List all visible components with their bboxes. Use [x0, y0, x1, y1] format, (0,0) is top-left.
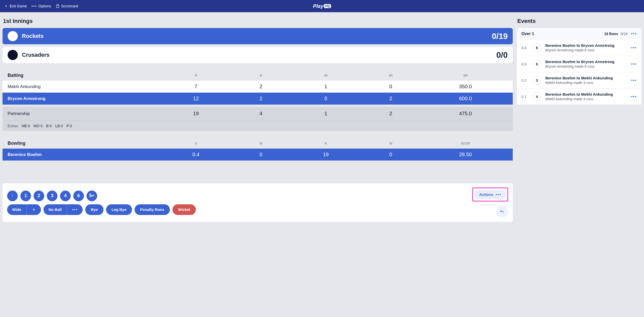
- col-sr: SR: [423, 74, 508, 77]
- bowler-o: 0.4: [164, 152, 228, 157]
- partnership-r: 19: [164, 111, 228, 117]
- batter-r: 7: [164, 84, 228, 90]
- extra-lb: LB 0: [55, 124, 63, 128]
- dots-icon: •••: [496, 192, 501, 197]
- run-2-button[interactable]: 2: [34, 191, 44, 201]
- run-6-button[interactable]: 6: [73, 191, 84, 201]
- run-3-button[interactable]: 3: [47, 191, 57, 201]
- partnership-6s: 2: [358, 111, 423, 117]
- ball-result-badge: 3: [533, 76, 541, 85]
- team-jersey-icon: [8, 50, 18, 60]
- batter-6s: 2: [358, 96, 423, 102]
- col-w: W: [358, 142, 423, 145]
- options-link[interactable]: ••• Options: [32, 4, 51, 8]
- team-score-inactive[interactable]: Crusaders 0/0: [3, 47, 513, 63]
- actions-button[interactable]: Actions •••: [475, 190, 506, 199]
- event-row: 0.2 3 Berenice Boehm to Mekhi Ankunding …: [517, 72, 641, 89]
- batter-row-striker[interactable]: Brycen Armstrong 12 2 0 2 600.0: [3, 93, 513, 105]
- event-title: Berenice Boehm to Brycen Armstrong: [545, 60, 627, 64]
- col-econ: ECON: [423, 142, 508, 145]
- extras-label: Extras: [8, 124, 18, 128]
- event-menu-button[interactable]: •••: [631, 46, 637, 50]
- bowler-econ: 28.50: [423, 152, 508, 157]
- event-title: Berenice Boehm to Mekhi Ankunding: [545, 76, 627, 80]
- over-menu-button[interactable]: •••: [631, 32, 637, 36]
- bowler-w: 0: [358, 152, 423, 157]
- partnership-4s: 1: [293, 111, 358, 117]
- batter-name: Brycen Armstrong: [8, 96, 164, 101]
- exit-game-label: Exit Game: [10, 4, 27, 8]
- extra-nb: NB 0: [22, 124, 30, 128]
- actions-label: Actions: [479, 192, 493, 197]
- bowler-m: 0: [228, 152, 293, 157]
- extra-wd: WD 0: [33, 124, 42, 128]
- run-5plus-button[interactable]: 5+: [86, 191, 97, 201]
- plus-icon: [32, 208, 36, 212]
- ball-number: 0.4: [521, 46, 529, 50]
- batter-r: 12: [164, 96, 228, 102]
- dots-icon: •••: [631, 62, 637, 66]
- team-name: Crusaders: [22, 52, 492, 58]
- innings-title: 1st Innings: [3, 18, 512, 24]
- batter-row[interactable]: Mekhi Ankunding 7 2 1 0 350.0: [3, 81, 513, 93]
- col-r: R: [293, 142, 358, 145]
- ball-result-badge: 6: [533, 44, 541, 52]
- scorecard-label: Scorecard: [61, 4, 78, 8]
- run-4-button[interactable]: 4: [60, 191, 71, 201]
- batting-panel: Batting R B 4S 6S SR Mekhi Ankunding 7 2…: [3, 68, 513, 131]
- col-r: R: [164, 74, 228, 77]
- batting-header: Batting R B 4S 6S SR: [3, 68, 513, 81]
- run-buttons-row: · 1 2 3 4 6 5+: [7, 191, 196, 201]
- batter-4s: 0: [293, 96, 358, 102]
- ball-result-badge: 4: [533, 92, 541, 101]
- bowler-row-current[interactable]: Berenice Boehm 0.4 0 19 0 28.50: [3, 149, 513, 161]
- event-title: Berenice Boehm to Mekhi Ankunding: [545, 92, 627, 96]
- team-score: 0/19: [492, 32, 508, 41]
- noball-button[interactable]: No Ball: [43, 204, 67, 215]
- action-bar: · 1 2 3 4 6 5+ Wide No B: [3, 183, 513, 222]
- event-menu-button[interactable]: •••: [631, 94, 637, 99]
- team-score-active[interactable]: Rockets 0/19: [3, 28, 513, 44]
- exit-game-link[interactable]: Exit Game: [4, 4, 27, 8]
- scorecard-link[interactable]: Scorecard: [56, 4, 78, 8]
- ball-number: 0.3: [521, 62, 529, 66]
- team-name: Rockets: [22, 33, 488, 39]
- bowling-title: Bowling: [8, 141, 164, 146]
- run-1-button[interactable]: 1: [20, 191, 31, 201]
- wicket-button[interactable]: Wicket: [172, 204, 196, 215]
- team-score: 0/0: [496, 50, 508, 60]
- col-m: M: [228, 142, 293, 145]
- event-subtitle: Mekhi Ankunding made 3 runs: [545, 81, 627, 85]
- bye-button[interactable]: Bye: [85, 204, 104, 215]
- run-dot-button[interactable]: ·: [7, 191, 18, 201]
- event-menu-button[interactable]: •••: [631, 78, 637, 83]
- dots-icon: •••: [32, 4, 37, 8]
- over-header: Over 1 19 Runs 0/19 •••: [517, 28, 641, 40]
- penalty-button[interactable]: Penalty Runs: [135, 204, 170, 215]
- partnership-sr: 475.0: [423, 111, 508, 117]
- wide-plus-button[interactable]: [26, 204, 41, 215]
- event-menu-button[interactable]: •••: [631, 62, 637, 66]
- ball-number: 0.2: [521, 78, 529, 82]
- batter-b: 2: [228, 84, 293, 90]
- undo-button[interactable]: [496, 206, 508, 218]
- extra-p: P 0: [66, 124, 72, 128]
- noball-more-button[interactable]: •••: [67, 204, 83, 215]
- batter-4s: 1: [293, 84, 358, 90]
- over-runs: 19 Runs: [604, 32, 618, 36]
- top-nav: Exit Game ••• Options Scorecard Play HQ: [0, 0, 644, 12]
- events-title: Events: [517, 18, 641, 24]
- wide-button[interactable]: Wide: [7, 204, 26, 215]
- event-subtitle: Mekhi Ankunding made 4 runs: [545, 97, 627, 101]
- wide-button-group: Wide: [7, 204, 41, 215]
- col-4s: 4S: [293, 74, 358, 77]
- event-subtitle: Brycen Armstrong made 6 runs: [545, 64, 627, 68]
- event-row: 0.3 6 Berenice Boehm to Brycen Armstrong…: [517, 56, 641, 72]
- col-6s: 6S: [358, 74, 423, 77]
- legbye-button[interactable]: Leg Bye: [106, 204, 132, 215]
- over-score: 0/19: [621, 32, 627, 36]
- dots-icon: •••: [72, 207, 78, 212]
- app-logo: Play HQ: [313, 3, 331, 9]
- extra-b: B 0: [46, 124, 52, 128]
- dots-icon: •••: [631, 94, 637, 99]
